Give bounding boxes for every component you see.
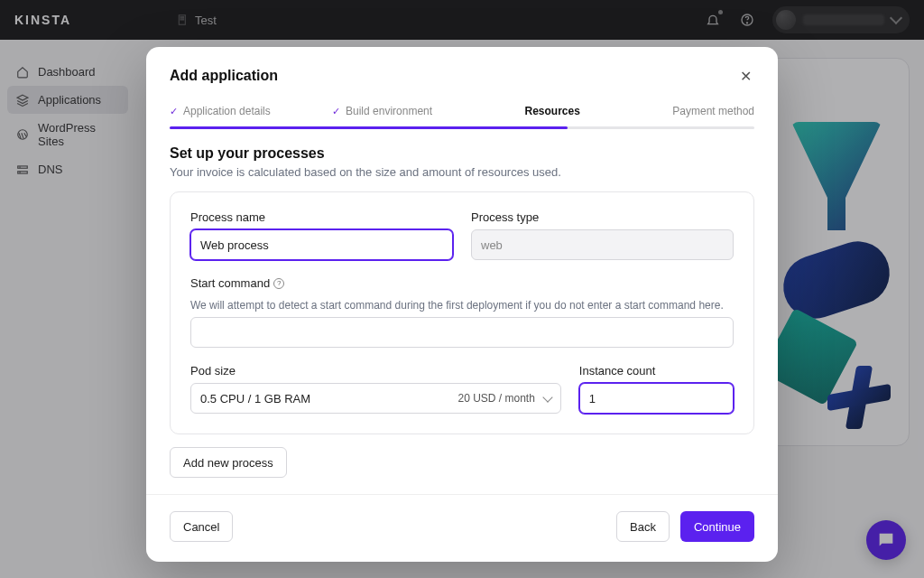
step-label: Application details (183, 105, 271, 117)
step-resources[interactable]: Resources (494, 96, 611, 126)
stepper-progress-fill (170, 126, 568, 129)
modal-header: Add application ✕ (146, 47, 778, 96)
pod-size-value: 0.5 CPU / 1 GB RAM (200, 392, 310, 406)
divider (146, 494, 778, 495)
info-icon[interactable]: ? (273, 278, 284, 289)
process-name-input[interactable] (190, 229, 453, 260)
process-type-input (471, 229, 734, 260)
step-payment-method[interactable]: Payment method (611, 96, 754, 126)
modal-backdrop: Add application ✕ ✓ Application details … (0, 0, 924, 578)
add-new-process-button[interactable]: Add new process (170, 447, 287, 478)
cancel-button[interactable]: Cancel (170, 511, 233, 542)
step-build-environment[interactable]: ✓ Build environment (332, 96, 494, 126)
pod-size-price: 20 USD / month (457, 392, 534, 405)
stepper: ✓ Application details ✓ Build environmen… (146, 96, 778, 126)
stepper-progress (170, 126, 754, 129)
step-label: Payment method (672, 105, 754, 117)
continue-button[interactable]: Continue (680, 511, 754, 542)
instance-count-label: Instance count (579, 364, 734, 378)
modal-footer: Cancel Back Continue (146, 511, 778, 562)
step-label: Resources (525, 105, 580, 117)
section-title: Set up your processes (146, 145, 778, 162)
section-subtitle: Your invoice is calculated based on the … (146, 165, 778, 191)
back-button[interactable]: Back (616, 511, 670, 542)
pod-size-select[interactable]: 0.5 CPU / 1 GB RAM 20 USD / month (190, 383, 561, 414)
instance-count-input[interactable] (579, 383, 734, 414)
start-command-input[interactable] (190, 317, 734, 348)
start-command-label: Start command ? (190, 276, 734, 290)
check-icon: ✓ (332, 106, 340, 117)
process-name-label: Process name (190, 210, 453, 224)
process-type-label: Process type (471, 210, 734, 224)
process-form: Process name Process type Start command … (170, 191, 754, 434)
pod-size-label: Pod size (190, 364, 561, 378)
start-command-helper: We will attempt to detect a start comman… (190, 299, 734, 312)
chevron-down-icon (542, 392, 552, 402)
step-application-details[interactable]: ✓ Application details (170, 96, 332, 126)
modal-title: Add application (170, 68, 278, 84)
check-icon: ✓ (170, 106, 178, 117)
step-label: Build environment (346, 105, 432, 117)
add-application-modal: Add application ✕ ✓ Application details … (146, 47, 778, 562)
close-icon[interactable]: ✕ (736, 67, 754, 85)
